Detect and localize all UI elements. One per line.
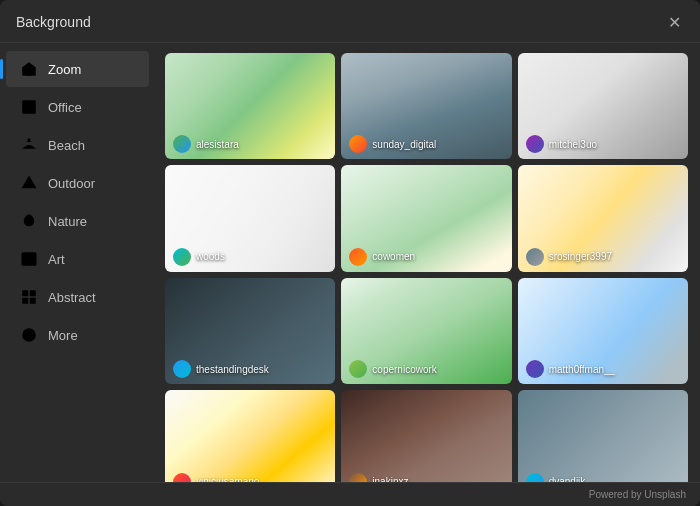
photo-label-6: srosinger3997 <box>526 248 612 266</box>
sidebar-label-nature: Nature <box>48 214 87 229</box>
beach-icon <box>20 136 38 154</box>
username-1: alesistara <box>196 139 239 150</box>
avatar-10 <box>173 473 191 482</box>
photo-label-9: matth0ffman__ <box>526 360 616 378</box>
photo-label-8: copernicowork <box>349 360 436 378</box>
sidebar-item-abstract[interactable]: Abstract <box>6 279 149 315</box>
photo-label-7: thestandingdesk <box>173 360 269 378</box>
username-7: thestandingdesk <box>196 364 269 375</box>
sidebar-label-more: More <box>48 328 78 343</box>
photo-label-10: viniciusamano <box>173 473 259 482</box>
sidebar-item-beach[interactable]: Beach <box>6 127 149 163</box>
photo-label-11: inakinxz <box>349 473 408 482</box>
abstract-icon <box>20 288 38 306</box>
username-4: woods <box>196 251 225 262</box>
photo-card-10[interactable]: viniciusamano <box>165 390 335 482</box>
photo-card-1[interactable]: alesistara <box>165 53 335 159</box>
sidebar-item-nature[interactable]: Nature <box>6 203 149 239</box>
avatar-3 <box>526 135 544 153</box>
sidebar-label-office: Office <box>48 100 82 115</box>
photo-card-5[interactable]: cowomen <box>341 165 511 271</box>
username-10: viniciusamano <box>196 476 259 482</box>
photo-label-12: dvandijk <box>526 473 586 482</box>
photo-card-12[interactable]: dvandijk <box>518 390 688 482</box>
svg-point-1 <box>28 138 31 141</box>
photo-grid: alesistara sunday_digital mitchel3uo <box>165 53 688 482</box>
more-icon <box>20 326 38 344</box>
photo-card-4[interactable]: woods <box>165 165 335 271</box>
photo-card-8[interactable]: copernicowork <box>341 278 511 384</box>
nature-icon <box>20 212 38 230</box>
photo-card-11[interactable]: inakinxz <box>341 390 511 482</box>
avatar-4 <box>173 248 191 266</box>
avatar-8 <box>349 360 367 378</box>
username-3: mitchel3uo <box>549 139 597 150</box>
art-icon <box>20 250 38 268</box>
avatar-1 <box>173 135 191 153</box>
photo-label-5: cowomen <box>349 248 415 266</box>
username-6: srosinger3997 <box>549 251 612 262</box>
photo-card-7[interactable]: thestandingdesk <box>165 278 335 384</box>
background-dialog: Background ✕ Zoom Office Be <box>0 0 700 506</box>
photo-card-2[interactable]: sunday_digital <box>341 53 511 159</box>
sidebar: Zoom Office Beach Outdoor <box>0 43 155 482</box>
sidebar-item-zoom[interactable]: Zoom <box>6 51 149 87</box>
footer-text: Powered by Unsplash <box>589 489 686 500</box>
titlebar: Background ✕ <box>0 0 700 43</box>
sidebar-label-abstract: Abstract <box>48 290 96 305</box>
photo-card-9[interactable]: matth0ffman__ <box>518 278 688 384</box>
svg-rect-3 <box>22 290 28 296</box>
dialog-title: Background <box>16 14 91 30</box>
username-11: inakinxz <box>372 476 408 482</box>
sidebar-item-art[interactable]: Art <box>6 241 149 277</box>
username-12: dvandijk <box>549 476 586 482</box>
main-content: Zoom Office Beach Outdoor <box>0 43 700 482</box>
sidebar-item-outdoor[interactable]: Outdoor <box>6 165 149 201</box>
avatar-5 <box>349 248 367 266</box>
home-icon <box>20 60 38 78</box>
svg-rect-2 <box>22 252 37 266</box>
avatar-2 <box>349 135 367 153</box>
avatar-6 <box>526 248 544 266</box>
photo-label-4: woods <box>173 248 225 266</box>
username-5: cowomen <box>372 251 415 262</box>
photo-card-3[interactable]: mitchel3uo <box>518 53 688 159</box>
sidebar-label-zoom: Zoom <box>48 62 81 77</box>
photo-card-6[interactable]: srosinger3997 <box>518 165 688 271</box>
sidebar-label-beach: Beach <box>48 138 85 153</box>
username-2: sunday_digital <box>372 139 436 150</box>
office-icon <box>20 98 38 116</box>
avatar-7 <box>173 360 191 378</box>
close-button[interactable]: ✕ <box>664 12 684 32</box>
username-9: matth0ffman__ <box>549 364 616 375</box>
svg-rect-6 <box>30 298 36 304</box>
svg-rect-4 <box>30 290 36 296</box>
outdoor-icon <box>20 174 38 192</box>
svg-rect-5 <box>22 298 28 304</box>
avatar-9 <box>526 360 544 378</box>
sidebar-item-more[interactable]: More <box>6 317 149 353</box>
photo-label-1: alesistara <box>173 135 239 153</box>
photo-grid-area: alesistara sunday_digital mitchel3uo <box>155 43 700 482</box>
photo-label-2: sunday_digital <box>349 135 436 153</box>
username-8: copernicowork <box>372 364 436 375</box>
sidebar-label-outdoor: Outdoor <box>48 176 95 191</box>
avatar-12 <box>526 473 544 482</box>
svg-rect-0 <box>22 100 36 114</box>
avatar-11 <box>349 473 367 482</box>
photo-label-3: mitchel3uo <box>526 135 597 153</box>
footer: Powered by Unsplash <box>0 482 700 506</box>
sidebar-label-art: Art <box>48 252 65 267</box>
sidebar-item-office[interactable]: Office <box>6 89 149 125</box>
